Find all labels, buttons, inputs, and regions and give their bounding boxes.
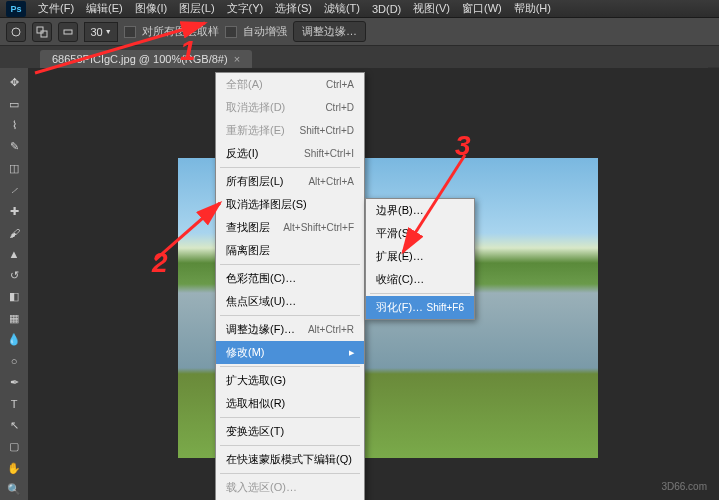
menubar: Ps 文件(F) 编辑(E) 图像(I) 图层(L) 文字(Y) 选择(S) 滤… xyxy=(0,0,719,18)
menu-item-label: 查找图层 xyxy=(226,220,270,235)
subtract-selection-icon[interactable] xyxy=(58,22,78,42)
menu-item: 载入选区(O)… xyxy=(216,476,364,499)
path-tool[interactable]: ↖ xyxy=(2,415,26,436)
menu-item-shortcut: Ctrl+A xyxy=(326,79,354,90)
menu-item[interactable]: 所有图层(L)Alt+Ctrl+A xyxy=(216,170,364,193)
menu-view[interactable]: 视图(V) xyxy=(407,0,456,18)
watermark: 3D66.com xyxy=(661,481,707,492)
document-title: 68658PICIgC.jpg @ 100%(RGB/8#) xyxy=(52,53,228,65)
menu-type[interactable]: 文字(Y) xyxy=(221,0,270,18)
menu-item-label: 所有图层(L) xyxy=(226,174,283,189)
menu-item[interactable]: 隔离图层 xyxy=(216,239,364,262)
submenu-item-label: 边界(B)… xyxy=(376,203,424,218)
history-brush-tool[interactable]: ↺ xyxy=(2,265,26,286)
submenu-item[interactable]: 羽化(F)…Shift+F6 xyxy=(366,296,474,319)
menu-item-label: 焦点区域(U)… xyxy=(226,294,296,309)
menu-item[interactable]: 选取相似(R) xyxy=(216,392,364,415)
crop-tool[interactable]: ◫ xyxy=(2,158,26,179)
menu-item-label: 取消选择图层(S) xyxy=(226,197,307,212)
menu-item[interactable]: 反选(I)Shift+Ctrl+I xyxy=(216,142,364,165)
document-tab[interactable]: 68658PICIgC.jpg @ 100%(RGB/8#) × xyxy=(40,50,252,68)
menu-layer[interactable]: 图层(L) xyxy=(173,0,220,18)
auto-enhance-label: 自动增强 xyxy=(243,24,287,39)
heal-tool[interactable]: ✚ xyxy=(2,200,26,221)
move-tool[interactable]: ✥ xyxy=(2,72,26,93)
menu-item: 重新选择(E)Shift+Ctrl+D xyxy=(216,119,364,142)
menu-item[interactable]: 在快速蒙版模式下编辑(Q) xyxy=(216,448,364,471)
submenu-item[interactable]: 收缩(C)… xyxy=(366,268,474,291)
marquee-tool[interactable]: ▭ xyxy=(2,93,26,114)
brush-tool[interactable]: 🖌 xyxy=(2,222,26,243)
menu-3d[interactable]: 3D(D) xyxy=(366,1,407,17)
document-tab-bar: 68658PICIgC.jpg @ 100%(RGB/8#) × xyxy=(0,46,719,68)
menu-item-label: 变换选区(T) xyxy=(226,424,284,439)
menu-image[interactable]: 图像(I) xyxy=(129,0,173,18)
submenu-item-shortcut: Shift+F6 xyxy=(426,302,464,313)
app-logo: Ps xyxy=(6,1,26,17)
eyedropper-tool[interactable]: ⟋ xyxy=(2,179,26,200)
menu-item[interactable]: 修改(M) xyxy=(216,341,364,364)
menu-item[interactable]: 调整边缘(F)…Alt+Ctrl+R xyxy=(216,318,364,341)
svg-rect-1 xyxy=(37,27,43,33)
menu-file[interactable]: 文件(F) xyxy=(32,0,80,18)
lasso-tool[interactable]: ⌇ xyxy=(2,115,26,136)
menu-window[interactable]: 窗口(W) xyxy=(456,0,508,18)
submenu-item-label: 羽化(F)… xyxy=(376,300,423,315)
svg-rect-3 xyxy=(64,30,72,34)
menu-filter[interactable]: 滤镜(T) xyxy=(318,0,366,18)
menu-item[interactable]: 取消选择图层(S) xyxy=(216,193,364,216)
stamp-tool[interactable]: ▲ xyxy=(2,243,26,264)
auto-enhance-checkbox[interactable] xyxy=(225,26,237,38)
menu-item-label: 重新选择(E) xyxy=(226,123,285,138)
quick-select-tool[interactable]: ✎ xyxy=(2,136,26,157)
menu-item-shortcut: Alt+Ctrl+A xyxy=(308,176,354,187)
shape-tool[interactable]: ▢ xyxy=(2,436,26,457)
toolbar: ✥ ▭ ⌇ ✎ ◫ ⟋ ✚ 🖌 ▲ ↺ ◧ ▦ 💧 ○ ✒ T ↖ ▢ ✋ 🔍 xyxy=(0,68,28,500)
menu-item-shortcut: Alt+Shift+Ctrl+F xyxy=(283,222,354,233)
menu-item-shortcut: Shift+Ctrl+D xyxy=(300,125,354,136)
menu-item-shortcut: Alt+Ctrl+R xyxy=(308,324,354,335)
menu-item[interactable]: 焦点区域(U)… xyxy=(216,290,364,313)
add-selection-icon[interactable] xyxy=(32,22,52,42)
blur-tool[interactable]: 💧 xyxy=(2,329,26,350)
pen-tool[interactable]: ✒ xyxy=(2,372,26,393)
submenu-item[interactable]: 扩展(E)… xyxy=(366,245,474,268)
submenu-item-label: 收缩(C)… xyxy=(376,272,424,287)
tool-preset-icon[interactable] xyxy=(6,22,26,42)
hand-tool[interactable]: ✋ xyxy=(2,457,26,478)
brush-size-dropdown[interactable]: 30▼ xyxy=(84,22,118,42)
menu-item-label: 反选(I) xyxy=(226,146,258,161)
menu-item[interactable]: 色彩范围(C)… xyxy=(216,267,364,290)
svg-rect-2 xyxy=(41,31,47,37)
menu-item: 全部(A)Ctrl+A xyxy=(216,73,364,96)
close-tab-icon[interactable]: × xyxy=(234,53,240,65)
menu-help[interactable]: 帮助(H) xyxy=(508,0,557,18)
zoom-tool[interactable]: 🔍 xyxy=(2,479,26,500)
menu-item-label: 修改(M) xyxy=(226,345,265,360)
options-bar: 30▼ 对所有图层取样 自动增强 调整边缘… xyxy=(0,18,719,46)
select-menu-dropdown: 全部(A)Ctrl+A取消选择(D)Ctrl+D重新选择(E)Shift+Ctr… xyxy=(215,72,365,500)
menu-item[interactable]: 扩大选取(G) xyxy=(216,369,364,392)
menu-edit[interactable]: 编辑(E) xyxy=(80,0,129,18)
submenu-item[interactable]: 边界(B)… xyxy=(366,199,474,222)
eraser-tool[interactable]: ◧ xyxy=(2,286,26,307)
gradient-tool[interactable]: ▦ xyxy=(2,307,26,328)
menu-item-label: 扩大选取(G) xyxy=(226,373,286,388)
type-tool[interactable]: T xyxy=(2,393,26,414)
dodge-tool[interactable]: ○ xyxy=(2,350,26,371)
menu-item[interactable]: 变换选区(T) xyxy=(216,420,364,443)
menu-item: 取消选择(D)Ctrl+D xyxy=(216,96,364,119)
menu-item-label: 调整边缘(F)… xyxy=(226,322,295,337)
sample-all-layers-checkbox[interactable] xyxy=(124,26,136,38)
modify-submenu: 边界(B)…平滑(S)…扩展(E)…收缩(C)…羽化(F)…Shift+F6 xyxy=(365,198,475,320)
menu-select[interactable]: 选择(S) xyxy=(269,0,318,18)
submenu-item-label: 扩展(E)… xyxy=(376,249,424,264)
menu-item-label: 取消选择(D) xyxy=(226,100,285,115)
submenu-item[interactable]: 平滑(S)… xyxy=(366,222,474,245)
menu-item-label: 色彩范围(C)… xyxy=(226,271,296,286)
refine-edge-button[interactable]: 调整边缘… xyxy=(293,21,366,42)
menu-item[interactable]: 查找图层Alt+Shift+Ctrl+F xyxy=(216,216,364,239)
menu-item-label: 载入选区(O)… xyxy=(226,480,297,495)
svg-point-0 xyxy=(12,28,20,36)
menu-item-shortcut: Ctrl+D xyxy=(325,102,354,113)
